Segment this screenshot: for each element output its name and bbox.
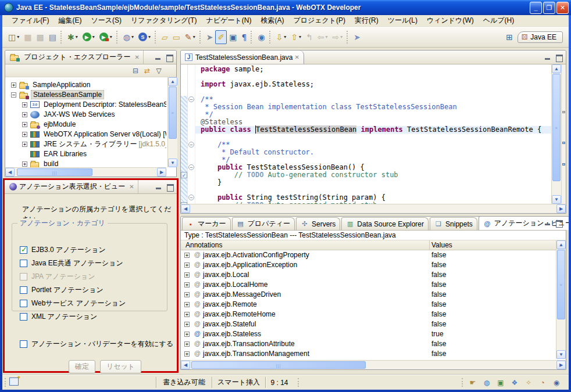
compass-icon[interactable]: ◔ bbox=[537, 377, 548, 388]
expand-icon[interactable]: + bbox=[184, 292, 190, 297]
expand-icon[interactable]: + bbox=[22, 142, 27, 147]
project-tree-vscrollbar[interactable]: ▲ ≡ ▼ bbox=[167, 77, 177, 167]
expand-icon[interactable]: + bbox=[184, 302, 190, 307]
maximize-view-button[interactable] bbox=[554, 219, 563, 227]
hand-tag-icon[interactable]: ☛ bbox=[467, 377, 478, 388]
dropdown-arrow-icon[interactable]: ▾ bbox=[76, 34, 78, 39]
close-editor-icon[interactable]: ✕ bbox=[294, 54, 299, 60]
tree-item-ejbmodule[interactable]: +ejbModule bbox=[22, 120, 77, 129]
checkbox-row-6[interactable]: XML アノテーション bbox=[20, 312, 97, 322]
maximize-editor-button[interactable] bbox=[554, 53, 563, 62]
view-menu-button[interactable]: ▽ bbox=[153, 66, 165, 76]
dropdown-arrow-icon[interactable]: ▾ bbox=[131, 34, 134, 39]
scroll-down-arrow[interactable]: ▼ bbox=[552, 195, 561, 204]
menu-h[interactable]: ヘルプ(H) bbox=[479, 15, 519, 27]
minimize-view-button[interactable] bbox=[154, 53, 163, 62]
code-line-12[interactable]: * Default constructor. bbox=[195, 149, 551, 156]
menu-t[interactable]: リファクタリング(T) bbox=[126, 15, 202, 27]
dropdown-arrow-icon[interactable]: ▾ bbox=[299, 34, 301, 39]
scroll-thumb[interactable]: ||| bbox=[191, 361, 366, 369]
category-checkbox[interactable] bbox=[20, 260, 27, 267]
tree-item-jax-ws-web-services[interactable]: +JAX-WS Web Services bbox=[22, 110, 116, 119]
scroll-thumb[interactable]: ≡ bbox=[557, 250, 565, 319]
dropdown-arrow-icon[interactable]: ▾ bbox=[340, 34, 342, 39]
minimize-view-button[interactable] bbox=[154, 183, 163, 191]
dropdown-arrow-icon[interactable]: ▾ bbox=[326, 34, 328, 39]
last-edit-location-button[interactable]: ↰ bbox=[304, 30, 315, 44]
expand-icon[interactable]: + bbox=[184, 341, 190, 347]
scroll-right-arrow[interactable]: ▶ bbox=[556, 361, 566, 369]
annotation-row-stateless[interactable]: +@javax.ejb.Statelesstrue bbox=[181, 329, 556, 339]
folding-ruler[interactable]: −−−− bbox=[188, 64, 195, 204]
scroll-up-arrow[interactable]: ▲ bbox=[556, 240, 566, 249]
run-external-button[interactable]: ▶▾ bbox=[97, 30, 115, 44]
expand-icon[interactable]: + bbox=[22, 161, 27, 167]
values-column-header[interactable]: Values bbox=[431, 241, 452, 249]
tree-item-deployment-descriptor-statelessbeansar[interactable]: +3.0Deployment Descriptor: StatelessBean… bbox=[22, 100, 166, 109]
scroll-right-arrow[interactable]: ▶ bbox=[556, 204, 566, 213]
scroll-right-arrow[interactable]: ▶ bbox=[157, 168, 166, 177]
minimize-editor-button[interactable] bbox=[543, 53, 552, 62]
tab-data-source-explorer[interactable]: ▥Data Source Explorer bbox=[341, 217, 429, 230]
editor-hscrollbar[interactable]: ◀ ▶ bbox=[181, 204, 566, 213]
expand-icon[interactable]: + bbox=[22, 132, 27, 137]
annotation-row-local[interactable]: +@javax.ejb.Localfalse bbox=[181, 270, 556, 280]
close-view-icon[interactable]: ✕ bbox=[134, 54, 139, 60]
annotation-table[interactable]: +@javax.ejb.ActivationConfigPropertyfals… bbox=[181, 250, 556, 359]
reset-button[interactable]: リセット bbox=[100, 360, 141, 373]
colored-shapes-icon[interactable]: ❖ bbox=[509, 377, 520, 388]
previous-annotation-button[interactable]: ⇧▾ bbox=[288, 30, 304, 44]
webservice-button[interactable]: S▾ bbox=[136, 30, 153, 44]
menu-s[interactable]: ソース(S) bbox=[86, 15, 126, 27]
fold-collapse-icon[interactable]: − bbox=[188, 195, 194, 200]
maximize-view-button[interactable] bbox=[165, 53, 174, 62]
drag-handle[interactable] bbox=[5, 378, 6, 387]
category-checkbox[interactable] bbox=[20, 300, 27, 307]
code-line-7[interactable]: */ bbox=[195, 111, 551, 118]
code-line-3[interactable]: import javax.ejb.Stateless; bbox=[195, 81, 551, 88]
overview-occurrence-mark[interactable] bbox=[562, 163, 565, 166]
annotation-row-transactionmanagement[interactable]: +@javax.ejb.TransactionManagementfalse bbox=[181, 349, 556, 359]
close-view-icon[interactable]: ✕ bbox=[129, 184, 134, 190]
print-button[interactable]: ▤ bbox=[47, 30, 59, 44]
collapse-all-button[interactable]: ⊟ bbox=[130, 66, 141, 76]
external-tools-button[interactable]: ✎▾ bbox=[183, 30, 198, 44]
scroll-down-arrow[interactable]: ▼ bbox=[556, 350, 566, 359]
java-debug-g-button[interactable]: ➤ bbox=[204, 30, 216, 44]
mark-occurrences-button[interactable]: ▣ bbox=[227, 30, 239, 44]
forward-button[interactable]: ⇨▾ bbox=[330, 30, 345, 44]
code-area[interactable]: package sample;import javax.ejb.Stateles… bbox=[195, 64, 551, 204]
category-checkbox[interactable] bbox=[20, 313, 27, 321]
scroll-left-arrow[interactable]: ◀ bbox=[5, 168, 15, 177]
tab-servers[interactable]: ✣Servers bbox=[296, 217, 340, 230]
scroll-down-arrow[interactable]: ▼ bbox=[168, 159, 177, 167]
annotation-row-activationconfigproperty[interactable]: +@javax.ejb.ActivationConfigPropertyfals… bbox=[181, 250, 556, 260]
menu-f[interactable]: ファイル(F) bbox=[7, 15, 53, 27]
annotation-table-header[interactable]: Annotations Values bbox=[181, 240, 556, 250]
expand-icon[interactable]: + bbox=[184, 312, 190, 317]
checkbox-row-2[interactable]: Java EE共通 アノテーション bbox=[20, 258, 123, 268]
code-line-16[interactable]: } bbox=[195, 179, 551, 186]
fold-collapse-icon[interactable]: − bbox=[188, 142, 194, 148]
annotation-selector-tab[interactable]: アノテーション表示選択・ビュー ✕ bbox=[7, 180, 138, 193]
tree-item-ear-libraries[interactable]: EAR Libraries bbox=[22, 149, 88, 159]
drag-handle[interactable] bbox=[462, 378, 463, 387]
fast-view-icon[interactable] bbox=[9, 377, 19, 386]
globe-frame-icon[interactable]: ◉ bbox=[551, 377, 562, 388]
expand-icon[interactable]: + bbox=[184, 322, 190, 327]
scroll-thumb[interactable]: ≡ bbox=[169, 87, 177, 139]
menu-r[interactable]: 実行(R) bbox=[350, 15, 383, 27]
show-whitespace-button[interactable]: ¶ bbox=[239, 30, 249, 44]
expand-icon[interactable]: + bbox=[184, 332, 190, 337]
save-all-button[interactable]: ▩ bbox=[34, 30, 46, 44]
scroll-left-arrow[interactable]: ◀ bbox=[181, 204, 190, 213]
annotation-row-stateful[interactable]: +@javax.ejb.Statefulfalse bbox=[181, 319, 556, 329]
fold-collapse-icon[interactable]: − bbox=[188, 96, 194, 102]
annotation-row-transactionattribute[interactable]: +@javax.ejb.TransactionAttributefalse bbox=[181, 339, 556, 349]
run-search-button[interactable]: ➤ bbox=[351, 30, 363, 44]
perspective-java-ee-button[interactable]: ⚄Java EE bbox=[518, 31, 563, 43]
category-checkbox[interactable] bbox=[20, 286, 27, 294]
dropdown-arrow-icon[interactable]: ▾ bbox=[193, 34, 195, 39]
annotation-row-localhome[interactable]: +@javax.ejb.LocalHomefalse bbox=[181, 280, 556, 290]
fold-collapse-icon[interactable]: − bbox=[188, 164, 194, 170]
